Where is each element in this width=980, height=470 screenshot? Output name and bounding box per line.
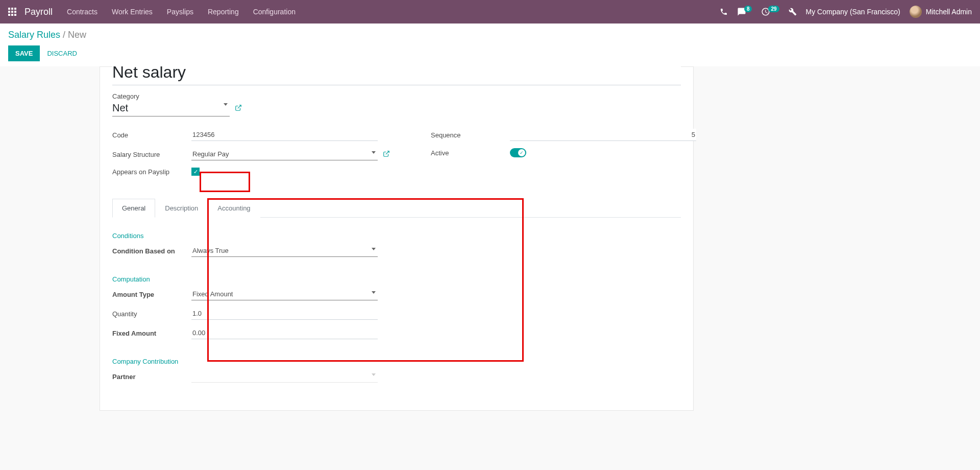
condition-based-select[interactable]	[191, 245, 378, 257]
appears-checkbox[interactable]: ✓	[191, 168, 200, 176]
discard-button[interactable]: DISCARD	[47, 50, 77, 57]
company-contribution-section-title: Company Contribution	[112, 358, 681, 365]
conditions-section-title: Conditions	[112, 232, 681, 240]
structure-select[interactable]	[191, 148, 378, 160]
structure-label: Salary Structure	[112, 151, 191, 158]
partner-label: Partner	[112, 373, 191, 381]
debug-icon[interactable]	[789, 8, 797, 16]
code-label: Code	[112, 131, 191, 139]
tab-description[interactable]: Description	[155, 199, 208, 218]
amount-type-select[interactable]	[191, 288, 378, 300]
messages-badge: 8	[744, 6, 752, 12]
breadcrumb-sep: /	[63, 30, 65, 40]
fixed-amount-label: Fixed Amount	[112, 330, 191, 337]
main-nav: Contracts Work Entries Payslips Reportin…	[67, 8, 296, 16]
condition-based-label: Condition Based on	[112, 247, 191, 255]
user-name: Mitchell Admin	[926, 8, 972, 16]
quantity-label: Quantity	[112, 310, 191, 318]
avatar	[910, 6, 922, 18]
phone-icon[interactable]	[720, 8, 728, 16]
apps-icon[interactable]	[8, 8, 16, 16]
external-link-icon[interactable]	[383, 150, 390, 159]
breadcrumb: Salary Rules / New	[8, 30, 972, 40]
activities-badge: 29	[768, 6, 779, 12]
tab-general-content: Conditions Condition Based on Computatio…	[112, 218, 681, 383]
tab-general[interactable]: General	[112, 199, 155, 218]
form-sheet: Category Code Salary Structure Appears o…	[100, 66, 694, 411]
control-panel: Salary Rules / New SAVE DISCARD	[0, 24, 980, 68]
company-selector[interactable]: My Company (San Francisco)	[806, 8, 900, 16]
external-link-icon[interactable]	[235, 104, 242, 113]
nav-work-entries[interactable]: Work Entries	[112, 8, 153, 16]
nav-contracts[interactable]: Contracts	[67, 8, 97, 16]
svg-line-1	[386, 151, 389, 154]
active-label: Active	[431, 149, 510, 157]
rule-name-input[interactable]	[112, 66, 681, 85]
quantity-input[interactable]	[191, 308, 378, 320]
form-scroll-area[interactable]: Category Code Salary Structure Appears o…	[0, 66, 980, 470]
nav-payslips[interactable]: Payslips	[167, 8, 193, 16]
computation-section-title: Computation	[112, 275, 681, 283]
breadcrumb-current: New	[68, 30, 86, 40]
app-brand[interactable]: Payroll	[24, 7, 53, 17]
tab-accounting[interactable]: Accounting	[208, 199, 260, 218]
code-input[interactable]	[191, 129, 378, 141]
tab-bar: General Description Accounting	[112, 198, 681, 218]
partner-select[interactable]	[191, 370, 378, 383]
active-toggle[interactable]	[510, 148, 526, 157]
fixed-amount-input[interactable]	[191, 327, 378, 339]
activities-icon[interactable]: 29	[761, 7, 779, 16]
nav-configuration[interactable]: Configuration	[253, 8, 296, 16]
nav-reporting[interactable]: Reporting	[208, 8, 239, 16]
amount-type-label: Amount Type	[112, 291, 191, 298]
appears-label: Appears on Payslip	[112, 168, 191, 176]
sequence-label: Sequence	[431, 131, 510, 139]
svg-line-0	[238, 105, 241, 108]
breadcrumb-root[interactable]: Salary Rules	[8, 30, 60, 40]
category-label: Category	[112, 92, 681, 100]
save-button[interactable]: SAVE	[8, 45, 40, 61]
messages-icon[interactable]: 8	[737, 7, 752, 16]
category-select[interactable]	[112, 100, 230, 116]
sequence-input[interactable]	[510, 129, 696, 141]
user-menu[interactable]: Mitchell Admin	[910, 6, 972, 18]
top-nav-bar: Payroll Contracts Work Entries Payslips …	[0, 0, 980, 24]
